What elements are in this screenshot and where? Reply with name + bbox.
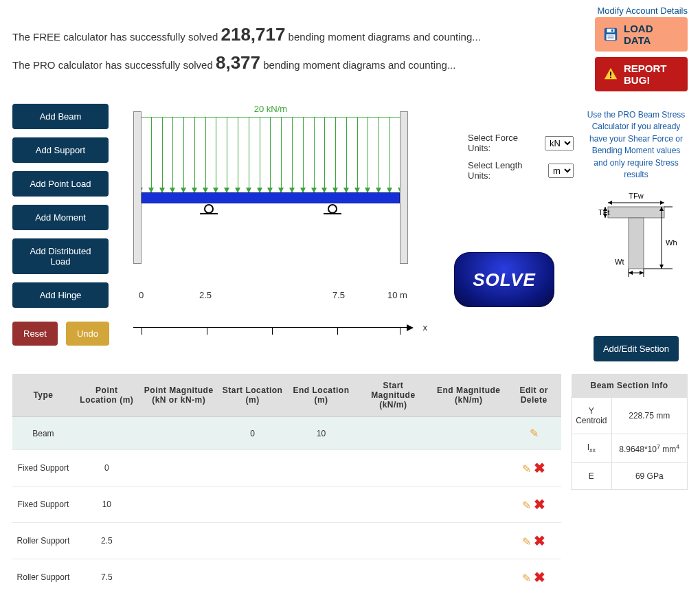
elements-table: Type Point Location (m) Point Magnitude … [12, 374, 561, 593]
e-label: E [572, 462, 611, 489]
col-end-magnitude: End Magnitude (kN/m) [431, 374, 506, 417]
edit-icon[interactable]: ✎ [522, 463, 531, 475]
reset-button[interactable]: Reset [12, 322, 58, 346]
table-row: Roller Support7.5✎✖ [12, 559, 561, 593]
col-point-location: Point Location (m) [74, 374, 139, 417]
edit-icon[interactable]: ✎ [522, 500, 531, 511]
force-units-select[interactable]: kN [545, 136, 574, 150]
solve-button[interactable]: SOLVE [454, 252, 554, 307]
delete-icon[interactable]: ✖ [534, 497, 545, 512]
col-point-magnitude: Point Magnitude (kN or kN-m) [139, 374, 218, 417]
beam-element [142, 192, 400, 203]
warning-icon [603, 67, 618, 82]
col-start-location: Start Location (m) [218, 374, 287, 417]
section-info-title: Beam Section Info [572, 374, 688, 398]
pro-stress-note[interactable]: Use the PRO Beam Stress Calculator if yo… [585, 109, 688, 181]
col-end-location: End Location (m) [287, 374, 356, 417]
e-value: 69 GPa [611, 462, 687, 489]
save-icon [603, 27, 618, 42]
svg-rect-7 [610, 77, 611, 78]
svg-rect-5 [607, 38, 613, 38]
distributed-load-label: 20 kN/m [140, 104, 401, 114]
delete-icon[interactable]: ✖ [534, 570, 545, 585]
beam-section-diagram: TFw TFt Wh Wt [596, 190, 677, 280]
add-distributed-load-button[interactable]: Add Distributed Load [12, 238, 109, 274]
svg-rect-10 [608, 207, 664, 218]
ixx-value: 8.9648*107 mm4 [611, 434, 687, 462]
section-info-table: Beam Section Info Y Centroid 228.75 mm I… [571, 374, 688, 489]
y-centroid-value: 228.75 mm [611, 398, 687, 434]
roller-support-2 [326, 204, 339, 212]
beam-diagram: 20 kN/m 0 2.5 7.5 10 m [133, 104, 436, 328]
svg-rect-11 [629, 218, 644, 269]
add-point-load-button[interactable]: Add Point Load [12, 171, 109, 197]
svg-text:Wh: Wh [666, 238, 677, 247]
svg-rect-4 [607, 36, 613, 36]
svg-text:Wt: Wt [615, 258, 624, 266]
length-units-select[interactable]: m [548, 164, 574, 178]
add-moment-button[interactable]: Add Moment [12, 205, 109, 230]
length-units-label: Select Length Units: [468, 160, 544, 181]
add-edit-section-button[interactable]: Add/Edit Section [594, 336, 679, 361]
add-hinge-button[interactable]: Add Hinge [12, 282, 109, 308]
add-beam-button[interactable]: Add Beam [12, 104, 109, 129]
col-start-magnitude: Start Magnitude (kN/m) [355, 374, 431, 417]
edit-icon[interactable]: ✎ [522, 536, 531, 548]
load-arrows [140, 117, 401, 192]
edit-icon[interactable]: ✎ [522, 572, 531, 584]
col-edit-delete: Edit or Delete [506, 374, 561, 417]
load-data-button[interactable]: LOAD DATA [595, 17, 688, 52]
edit-icon[interactable]: ✎ [530, 427, 539, 439]
roller-support-1 [202, 204, 216, 212]
table-row: Roller Support2.5✎✖ [12, 523, 561, 559]
table-row: Fixed Support10✎✖ [12, 486, 561, 523]
free-stats: The FREE calculator has successfully sol… [12, 24, 550, 45]
add-support-button[interactable]: Add Support [12, 137, 109, 163]
svg-rect-2 [611, 30, 613, 32]
svg-rect-6 [610, 71, 611, 76]
delete-icon[interactable]: ✖ [534, 533, 545, 548]
fixed-support-right [400, 111, 408, 264]
svg-rect-3 [607, 34, 616, 40]
col-type: Type [12, 374, 74, 417]
y-centroid-label: Y Centroid [572, 398, 611, 434]
table-row: Beam010✎ [12, 417, 561, 450]
pro-stats: The PRO calculator has successfully solv… [12, 52, 550, 74]
report-bug-button[interactable]: REPORT BUG! [595, 57, 688, 91]
x-axis: 0 2.5 7.5 10 m x [133, 313, 408, 328]
delete-icon[interactable]: ✖ [534, 460, 545, 475]
ixx-label: Ixx [572, 434, 611, 462]
table-row: Fixed Support0✎✖ [12, 450, 561, 486]
force-units-label: Select Force Units: [468, 133, 541, 153]
undo-button[interactable]: Undo [66, 322, 109, 346]
fixed-support-left [133, 111, 142, 264]
svg-rect-1 [607, 29, 615, 33]
svg-text:TFw: TFw [629, 192, 643, 200]
modify-account-link[interactable]: Modify Account Details [597, 5, 688, 16]
